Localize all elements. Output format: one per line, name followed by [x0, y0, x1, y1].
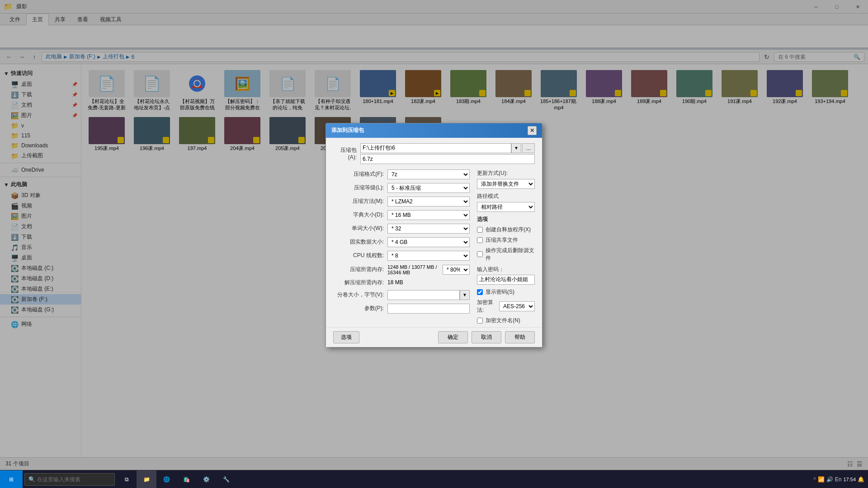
ok-button[interactable]: 确定: [438, 331, 468, 343]
solid-select[interactable]: * 4 GB: [387, 237, 470, 247]
mem-compress-row: 压缩所需内存: 1248 MB / 13077 MB / 16346 MB * …: [333, 264, 470, 275]
help-button[interactable]: 帮助: [505, 331, 535, 343]
word-select[interactable]: * 32: [387, 224, 470, 234]
volume-tray-icon[interactable]: 🔊: [826, 476, 833, 483]
delete-label: 操作完成后删除源文件: [486, 247, 535, 262]
options-button[interactable]: 选项: [333, 331, 359, 343]
dialog-close-button[interactable]: ✕: [528, 126, 537, 135]
delete-checkbox-row: 操作完成后删除源文件: [477, 247, 535, 262]
task-view-icon: ⧉: [125, 476, 129, 483]
compress-dialog: 添加到压缩包 ✕ 压缩包(A): ▼ …: [326, 123, 542, 347]
volume-dropdown[interactable]: ▼: [460, 290, 470, 300]
cpu-label: CPU 线程数:: [333, 252, 387, 259]
taskbar-apps: ⧉ 📁 🌐 🛍️ ⚙️ 🔧: [117, 470, 236, 488]
taskbar-app-settings[interactable]: ⚙️: [196, 470, 216, 488]
mem-pct-select[interactable]: * 80%: [443, 265, 470, 275]
dialog-overlay: 添加到压缩包 ✕ 压缩包(A): ▼ …: [0, 0, 868, 470]
update-label: 更新方式(U):: [477, 169, 508, 177]
taskbar: ⊞ 🔍 ⧉ 📁 🌐 🛍️ ⚙️ 🔧: [0, 470, 868, 488]
taskbar-app-extra[interactable]: 🔧: [216, 470, 236, 488]
update-select[interactable]: 添加并替换文件: [477, 179, 535, 189]
dialog-left-column: 压缩格式(F): 7zziptar 压缩等级(L): 5 - 标准压缩: [333, 169, 470, 327]
level-label: 压缩等级(L):: [333, 184, 387, 192]
params-row: 参数(P):: [333, 304, 470, 314]
mem-decomp-row: 解压缩所需内存: 18 MB: [333, 279, 470, 286]
taskbar-app-edge[interactable]: 🌐: [156, 470, 176, 488]
archive-label: 压缩包(A):: [333, 146, 360, 160]
archive-path-browse[interactable]: …: [522, 143, 535, 153]
encrypt-filename-checkbox[interactable]: [477, 318, 483, 324]
encrypt-label: 输入密码：: [477, 266, 535, 273]
archive-name-input[interactable]: [360, 154, 535, 164]
taskbar-app-task-view[interactable]: ⧉: [117, 470, 137, 488]
archive-path-combo: ▼ …: [360, 143, 535, 164]
sfx-checkbox[interactable]: [477, 227, 483, 233]
delete-checkbox[interactable]: [477, 251, 483, 257]
file-explorer-icon: 📁: [143, 476, 150, 483]
cancel-button[interactable]: 取消: [472, 331, 501, 343]
solid-row: 固实数据大小: * 4 GB: [333, 237, 470, 247]
taskbar-app-file-explorer[interactable]: 📁: [137, 470, 156, 488]
clock[interactable]: 17:54: [843, 477, 856, 482]
word-label: 单词大小(W):: [333, 225, 387, 232]
mem-compress-value: 1248 MB / 13077 MB / 16346 MB: [387, 264, 441, 275]
archive-path-row: 压缩包(A): ▼ …: [333, 143, 535, 164]
format-select[interactable]: 7zziptar: [387, 169, 470, 179]
taskbar-search-box[interactable]: 🔍: [24, 473, 115, 486]
show-pwd-checkbox[interactable]: [477, 289, 483, 295]
params-label: 参数(P):: [333, 305, 387, 312]
volume-section: 分卷大小，字节(V): ▼: [333, 290, 470, 300]
word-row: 单词大小(W): * 32: [333, 224, 470, 234]
encrypt-algo-select[interactable]: AES-256: [499, 301, 535, 311]
shared-label: 压缩共享文件: [486, 236, 518, 244]
volume-label-row: 分卷大小，字节(V): ▼: [333, 290, 470, 300]
taskbar-search-icon: 🔍: [28, 476, 35, 483]
update-select-row: 添加并替换文件: [477, 179, 535, 189]
edge-icon: 🌐: [163, 476, 170, 483]
volume-input[interactable]: [387, 290, 460, 300]
method-label: 压缩方法(M):: [333, 197, 387, 205]
show-pwd-row: 显示密码(S): [477, 288, 535, 296]
taskbar-app-store[interactable]: 🛍️: [176, 470, 196, 488]
path-select-row: 相对路径: [477, 202, 535, 212]
locale-tray: En: [835, 476, 842, 483]
cpu-select[interactable]: * 8: [387, 251, 470, 261]
path-row: 路径模式: [477, 192, 535, 200]
dialog-title: 添加到压缩包: [331, 127, 364, 134]
encrypt-section: 输入密码： 上村沦论坛着小姐姐 显示密码(S) 加密算法: AES-256: [477, 266, 535, 324]
archive-path-input[interactable]: [360, 143, 511, 153]
solid-label: 固实数据大小:: [333, 238, 387, 246]
level-select[interactable]: 5 - 标准压缩: [387, 183, 470, 193]
method-row: 压缩方法(M): * LZMA2: [333, 197, 470, 206]
show-pwd-label: 显示密码(S): [486, 288, 514, 296]
mem-decomp-label: 解压缩所需内存:: [333, 279, 387, 286]
window-container: 📁 摄影 ─ □ ✕ 文件 主页 共享 查看 视频工具 ← → ↑ 此电脑 ► …: [0, 0, 868, 488]
action-buttons: 确定 取消 帮助: [438, 331, 535, 343]
notification-icon[interactable]: 🔔: [858, 476, 864, 483]
taskbar-search-input[interactable]: [37, 476, 111, 483]
params-input[interactable]: [387, 304, 470, 314]
expand-tray-icon[interactable]: ^: [813, 476, 816, 483]
password-row: 输入密码： 上村沦论坛着小姐姐: [477, 266, 535, 285]
archive-path-dropdown[interactable]: ▼: [511, 143, 521, 153]
taskbar-tray: ^ 📶 🔊 En 17:54 🔔: [813, 476, 868, 483]
network-tray-icon[interactable]: 📶: [818, 476, 825, 483]
dict-select[interactable]: * 16 MB: [387, 210, 470, 220]
start-button[interactable]: ⊞: [0, 470, 23, 488]
store-icon: 🛍️: [183, 476, 190, 483]
sfx-checkbox-row: 创建自释放程序(X): [477, 226, 535, 234]
encrypt-filename-label: 加密文件名(N): [486, 317, 520, 324]
settings-icon: ⚙️: [203, 476, 210, 483]
dialog-footer: 选项 确定 取消 帮助: [326, 327, 542, 347]
dialog-main-section: 压缩格式(F): 7zziptar 压缩等级(L): 5 - 标准压缩: [326, 169, 542, 327]
shared-checkbox[interactable]: [477, 237, 483, 243]
path-label: 路径模式: [477, 192, 499, 200]
password-input[interactable]: 上村沦论坛着小姐姐: [477, 275, 535, 285]
sfx-label: 创建自释放程序(X): [486, 226, 531, 234]
clock-time: 17:54: [843, 477, 856, 482]
options-section-title: 选项: [477, 216, 535, 223]
path-select[interactable]: 相对路径: [477, 202, 535, 212]
method-select[interactable]: * LZMA2: [387, 197, 470, 206]
windows-icon: ⊞: [9, 476, 14, 483]
dialog-right-column: 更新方式(U): 添加并替换文件 路径模式 相对路径: [477, 169, 535, 327]
